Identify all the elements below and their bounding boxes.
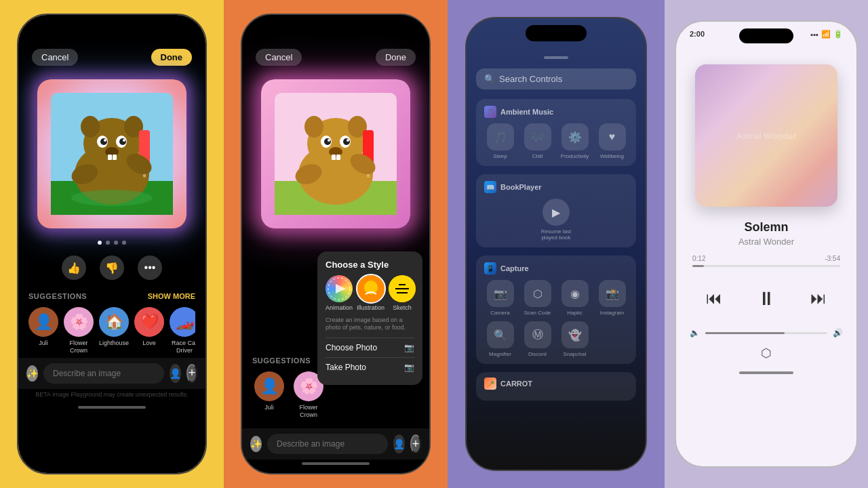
beaver-image-2 [275,93,397,215]
scan-code-icon: ⬡ [524,280,551,307]
suggestion-juli[interactable]: 👤 Juli [28,307,58,354]
progress-fill [692,265,704,267]
magnifier-label: Magnifier [489,351,511,357]
capture-magnifier[interactable]: 🔍 Magnifier [484,321,516,357]
illustration-label: Illustration [357,304,384,311]
playback-controls: ⏮ ⏸ ⏭ [676,271,856,325]
bookplayer-play[interactable]: ▶ Resume lastplayed book [484,199,628,241]
dynamic-island-2 [305,22,366,38]
ambient-label: Ambient Music [500,108,553,116]
thumbs-up-button[interactable]: 👍 [62,256,86,280]
volume-bar[interactable] [705,332,827,334]
animation-icon [326,275,353,302]
status-time: 2:00 [690,30,705,39]
play-pause-button[interactable]: ⏸ [747,279,785,317]
search-placeholder: Search Controls [499,74,562,84]
style-animation[interactable]: Animation [326,275,353,311]
dot-4 [122,241,126,245]
phone-3: 🔍 Search Controls 🎵 Ambient Music 🎵 Slee… [465,17,647,471]
search-bar-3[interactable]: 🔍 Search Controls [476,68,636,89]
productivity-icon: ⚙️ [561,123,589,150]
take-photo-action[interactable]: Take Photo 📷 [326,357,414,377]
describe-input-1[interactable] [43,363,164,384]
add-button-1[interactable]: + [186,364,197,383]
camera-icon-ctrl: 📷 [487,280,514,307]
add-button-2[interactable]: + [410,434,421,453]
suggestion-racecar[interactable]: 🏎️ Race Car Driver [170,307,195,354]
phone-4: 2:00 ▪▪▪ 📶 🔋 Astral Wonder Solemn Astral… [675,20,858,468]
ambient-productivity[interactable]: ⚙️ Productivity [559,123,591,159]
carrot-icon: 🥕 [484,378,496,390]
cancel-button-2[interactable]: Cancel [256,49,302,66]
battery-icon: 🔋 [833,30,843,39]
volume-fill [705,332,785,334]
svg-point-29 [343,138,350,145]
sleep-label: Sleep [493,153,507,159]
time-row: 0:12 -3:54 [692,255,840,262]
svg-point-11 [123,139,125,142]
suggestion-label-lighthouse: Lighthouse [99,340,129,347]
airplay-button[interactable]: ⬡ [676,340,856,366]
phone-1-screen: Cancel Done [18,15,205,473]
capture-camera[interactable]: 📷 Camera [484,280,516,316]
suggestion-label-love: Love [142,340,156,347]
svg-marker-41 [336,284,346,293]
ambient-chill[interactable]: 🎶 Chill [521,123,553,159]
ambient-wellbeing[interactable]: ♥ Wellbeing [596,123,628,159]
home-indicator-1 [78,406,146,409]
sketch-icon [389,275,416,302]
capture-snapchat[interactable]: 👻 Snapchat [559,321,591,357]
dynamic-island-1 [81,22,142,38]
done-button-2[interactable]: Done [376,49,416,66]
capture-scan[interactable]: ⬡ Scan Code [521,280,553,316]
suggestion-lighthouse[interactable]: 🏠 Lighthouse [99,307,129,354]
show-more-button-1[interactable]: SHOW MORE [148,292,195,300]
person-icon-btn-2[interactable]: 👤 [393,434,405,453]
capture-instagram[interactable]: 📸 Instagram [596,280,628,316]
signal-icon: ▪▪▪ [810,30,818,39]
more-options-button[interactable]: ••• [138,256,162,280]
action-buttons-1: 👍 👎 ••• [18,250,205,285]
bookplayer-play-btn[interactable]: ▶ [542,199,570,226]
choose-photo-action[interactable]: Choose Photo 📷 [326,338,414,357]
capture-discord[interactable]: Ⓜ Discord [521,321,553,357]
cancel-button-1[interactable]: Cancel [32,49,78,66]
panel-1-container: Cancel Done [0,0,224,488]
photo-icon: 📷 [404,343,414,352]
dot-3 [114,241,118,245]
suggestion-love[interactable]: ❤️ Love [134,307,164,354]
bookplayer-section: 📖 BookPlayer ▶ Resume lastplayed book [476,174,636,247]
choose-photo-label: Choose Photo [326,343,377,352]
next-button[interactable]: ⏭ [804,283,833,313]
productivity-label: Productivity [561,153,589,159]
bookplayer-label: BookPlayer [500,183,542,191]
wifi-icon: 📶 [821,30,831,39]
scan-label: Scan Code [524,310,551,316]
p2-suggestion-juli[interactable]: 👤 Juli [252,371,286,419]
thumbs-down-button[interactable]: 👎 [100,256,124,280]
prev-button[interactable]: ⏮ [699,283,729,313]
capture-haptic[interactable]: ◉ Haptic [559,280,591,316]
song-title: Solemn [676,220,856,235]
suggestion-flower[interactable]: 🌸 Flower Crown [64,307,94,354]
svg-rect-14 [113,155,117,160]
discord-icon: Ⓜ [524,321,551,348]
style-sketch[interactable]: Sketch [389,275,416,311]
ambient-sleep[interactable]: 🎵 Sleep [484,123,516,159]
take-photo-label: Take Photo [326,363,366,372]
progress-bar[interactable] [692,265,840,267]
person-icon-btn-1[interactable]: 👤 [170,364,181,383]
carrot-label: CARROT [500,380,532,388]
home-indicator-2 [302,462,370,465]
describe-input-2[interactable] [267,434,388,454]
svg-rect-33 [332,155,336,160]
style-illustration[interactable]: Illustration [357,275,384,311]
album-art: Astral Wonder [695,64,837,207]
svg-rect-13 [108,155,112,160]
capture-label: Capture [500,264,529,272]
input-row-1: ✨ 👤 + [18,358,205,389]
svg-point-12 [105,147,119,157]
done-button-1[interactable]: Done [151,49,193,66]
animation-label: Animation [326,304,353,311]
bookplayer-icon: 📖 [484,181,496,193]
